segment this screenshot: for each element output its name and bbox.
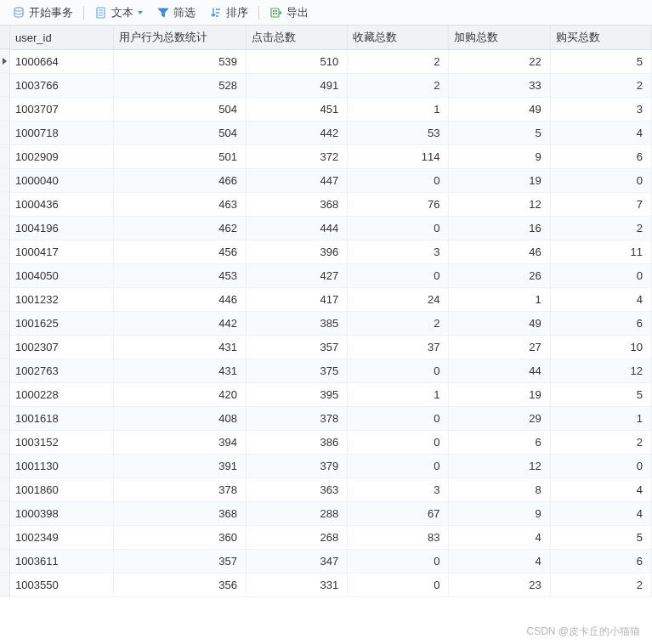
table-row[interactable]: 10000404664470190 [10,169,652,193]
table-cell[interactable]: 0 [348,264,449,288]
table-cell[interactable]: 447 [246,169,347,193]
table-cell[interactable]: 462 [114,217,247,240]
table-cell[interactable]: 504 [114,121,247,145]
table-cell[interactable]: 0 [550,455,651,478]
column-header[interactable]: 加购总数 [449,25,550,50]
table-cell[interactable]: 446 [114,288,247,312]
table-cell[interactable]: 504 [114,98,247,121]
table-cell[interactable]: 378 [114,478,247,502]
table-cell[interactable]: 26 [449,264,550,288]
table-cell[interactable]: 29 [449,407,550,431]
table-cell[interactable]: 114 [348,145,449,169]
table-cell[interactable]: 1002763 [10,359,114,383]
table-cell[interactable]: 378 [246,407,347,431]
table-cell[interactable]: 11 [550,240,651,264]
table-cell[interactable]: 3 [550,98,651,121]
table-cell[interactable]: 451 [246,98,347,121]
table-cell[interactable]: 375 [246,359,347,383]
gutter-cell[interactable] [0,121,9,144]
table-cell[interactable]: 1001625 [10,312,114,336]
table-cell[interactable]: 5 [550,526,651,550]
table-cell[interactable]: 2 [550,74,651,98]
table-cell[interactable]: 463 [114,193,247,217]
table-cell[interactable]: 2 [348,312,449,336]
table-cell[interactable]: 6 [550,145,651,169]
table-cell[interactable]: 363 [246,478,347,502]
gutter-cell[interactable] [0,359,9,382]
table-cell[interactable]: 4 [449,526,550,550]
table-cell[interactable]: 453 [114,264,247,288]
table-cell[interactable]: 46 [449,240,550,264]
table-cell[interactable]: 0 [348,169,449,193]
table-cell[interactable]: 356 [114,573,247,597]
gutter-cell[interactable] [0,49,9,73]
gutter-cell[interactable] [0,263,9,287]
table-cell[interactable]: 1 [348,383,449,407]
table-cell[interactable]: 4 [550,121,651,145]
table-cell[interactable]: 394 [114,431,247,455]
table-cell[interactable]: 5 [550,50,651,74]
table-cell[interactable]: 396 [246,240,347,264]
table-cell[interactable]: 491 [246,74,347,98]
table-cell[interactable]: 49 [449,312,550,336]
table-row[interactable]: 10016254423852496 [10,312,652,336]
table-cell[interactable]: 19 [449,169,550,193]
table-cell[interactable]: 5 [449,121,550,145]
table-cell[interactable]: 4 [449,550,550,573]
table-row[interactable]: 10002284203951195 [10,383,652,407]
column-header[interactable]: 购买总数 [550,25,651,50]
table-cell[interactable]: 6 [550,312,651,336]
table-row[interactable]: 10007185044425354 [10,121,652,145]
table-cell[interactable]: 442 [114,312,247,336]
table-row[interactable]: 10023493602688345 [10,526,652,550]
export-button[interactable]: 导出 [264,3,314,22]
table-cell[interactable]: 9 [449,145,550,169]
table-cell[interactable]: 33 [449,74,550,98]
table-row[interactable]: 1003152394386062 [10,431,652,455]
gutter-cell[interactable] [0,335,9,359]
table-cell[interactable]: 1004196 [10,217,114,240]
table-cell[interactable]: 331 [246,573,347,597]
table-cell[interactable]: 2 [550,431,651,455]
table-row[interactable]: 10037075044511493 [10,98,652,121]
sort-button[interactable]: 排序 [204,3,253,22]
table-cell[interactable]: 1003550 [10,573,114,597]
gutter-cell[interactable] [0,240,9,263]
table-cell[interactable]: 539 [114,50,247,74]
table-cell[interactable]: 5 [550,383,651,407]
table-cell[interactable]: 12 [449,455,550,478]
table-cell[interactable]: 408 [114,407,247,431]
table-cell[interactable]: 420 [114,383,247,407]
table-cell[interactable]: 0 [348,407,449,431]
table-cell[interactable]: 444 [246,217,347,240]
table-row[interactable]: 100043646336876127 [10,193,652,217]
table-cell[interactable]: 1 [449,288,550,312]
table-row[interactable]: 10035503563310232 [10,573,652,597]
table-cell[interactable]: 360 [114,526,247,550]
table-cell[interactable]: 0 [348,573,449,597]
table-cell[interactable]: 391 [114,455,247,478]
table-cell[interactable]: 1 [348,98,449,121]
gutter-cell[interactable] [0,144,9,168]
gutter-cell[interactable] [0,97,9,121]
table-cell[interactable]: 12 [550,359,651,383]
table-cell[interactable]: 1002909 [10,145,114,169]
table-cell[interactable]: 4 [550,502,651,526]
gutter-cell[interactable] [0,477,9,501]
table-cell[interactable]: 9 [449,502,550,526]
table-cell[interactable]: 1003766 [10,74,114,98]
table-cell[interactable]: 1001232 [10,288,114,312]
gutter-cell[interactable] [0,168,9,192]
gutter-cell[interactable] [0,573,9,596]
table-cell[interactable]: 16 [449,217,550,240]
table-cell[interactable]: 1003707 [10,98,114,121]
table-cell[interactable]: 1000417 [10,240,114,264]
table-cell[interactable]: 456 [114,240,247,264]
table-cell[interactable]: 6 [449,431,550,455]
table-cell[interactable]: 0 [550,264,651,288]
table-cell[interactable]: 1004050 [10,264,114,288]
table-cell[interactable]: 0 [348,550,449,573]
table-cell[interactable]: 357 [246,336,347,359]
table-cell[interactable]: 23 [449,573,550,597]
table-cell[interactable]: 1003611 [10,550,114,573]
